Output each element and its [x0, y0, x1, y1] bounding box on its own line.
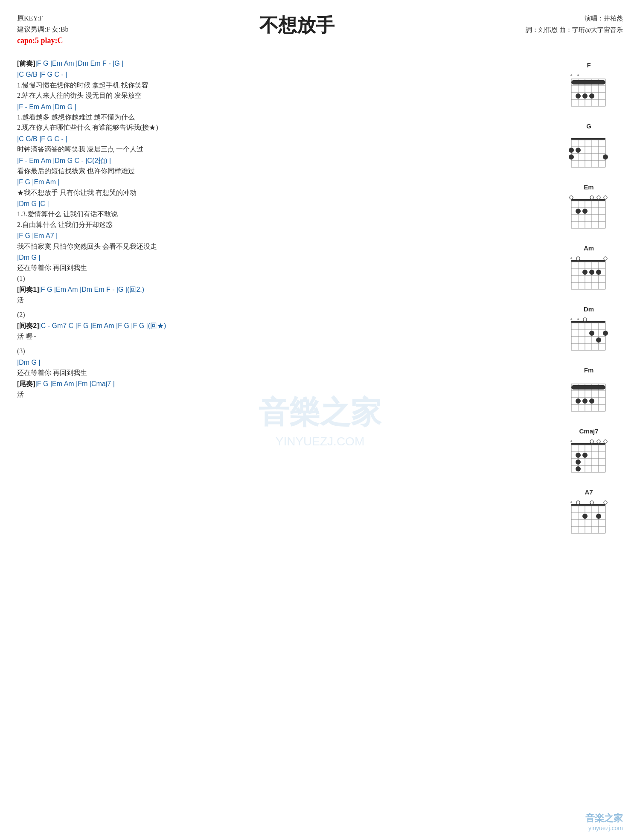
chord-diagram-a7: A7x: [564, 488, 614, 538]
svg-text:x: x: [577, 316, 579, 321]
lyric-line: (1): [17, 274, 555, 283]
svg-point-135: [604, 501, 607, 504]
lyric-line: 2.现在你人在哪忙些什么 有谁能够告诉我(接★): [17, 123, 555, 132]
svg-point-29: [576, 148, 581, 153]
svg-rect-69: [571, 321, 605, 323]
chord-line: [尾奏]|F G |Em Am |Fm |Cmaj7 |: [17, 379, 555, 389]
lyric-line: 1.3.爱情算什么 让我们有话不敢说: [17, 209, 555, 219]
chord-text: |F G |Em Am |Fm |Cmaj7 |: [35, 380, 115, 387]
chord-svg: x: [564, 497, 614, 538]
svg-point-119: [576, 453, 581, 458]
svg-point-31: [603, 154, 608, 160]
chord-line: [间奏1]|F G |Em Am |Dm Em F - |G |(回2.): [17, 285, 555, 294]
svg-rect-98: [571, 385, 605, 389]
chord-svg: x: [564, 436, 614, 477]
chord-diagram-name: A7: [585, 488, 593, 496]
svg-text:x: x: [570, 438, 573, 443]
chord-diagram-fm: Fm: [564, 366, 614, 416]
chord-line: [间奏2]|C - Gm7 C |F G |Em Am |F G |F G |(…: [17, 321, 555, 331]
svg-point-50: [576, 209, 581, 214]
chord-diagram-name: Cmaj7: [579, 427, 598, 435]
svg-point-16: [576, 93, 581, 99]
spacer: [17, 342, 555, 346]
chord-diagram-g: G: [564, 122, 614, 171]
chord-text: |F - Em Am |Dm G |: [17, 103, 76, 110]
chord-line: [前奏]|F G |Em Am |Dm Em F - |G |: [17, 59, 555, 68]
svg-text:x: x: [570, 499, 573, 504]
section-label: [间奏2]: [17, 322, 39, 329]
key-label: 原KEY:F: [17, 13, 68, 24]
chord-line: |Dm G |: [17, 253, 555, 262]
svg-rect-33: [571, 199, 605, 201]
chord-diagram-name: Dm: [584, 305, 594, 313]
chord-line: |Dm G |C |: [17, 199, 555, 209]
chord-svg: [564, 131, 614, 171]
lyric-line: 还在等着你 再回到我生: [17, 368, 555, 378]
chord-svg: x: [564, 253, 614, 294]
bottom-logo-text: 音楽之家: [585, 812, 623, 825]
svg-point-32: [569, 154, 574, 160]
chord-diagram-f: Fxx: [564, 61, 614, 110]
capo-label: capo:5 play:C: [17, 35, 68, 47]
chord-text: |F G |Em Am |Dm Em F - |G |(回2.): [39, 286, 145, 293]
svg-rect-102: [571, 443, 605, 445]
svg-point-83: [583, 318, 587, 321]
lyric-line: (3): [17, 346, 555, 356]
chord-text: |Dm G |: [17, 254, 41, 261]
chord-line: |F G |Em A7 |: [17, 231, 555, 241]
chord-line: |F - Em Am |Dm G C - |C(2拍) |: [17, 156, 555, 166]
lyric-line: 1.慢慢习惯在想你的时候 拿起手机 找你笑容: [17, 81, 555, 90]
chord-diagram-dm: Dmxx: [564, 305, 614, 355]
lyric-line: 活 喔~: [17, 332, 555, 341]
svg-point-65: [576, 257, 580, 260]
chord-diagram-name: F: [587, 61, 591, 69]
svg-text:x: x: [570, 316, 573, 321]
svg-point-48: [570, 196, 573, 199]
lyric-line: 我不怕寂寞 只怕你突然回头 会看不见我还没走: [17, 242, 555, 251]
suggest-label: 建议男调:F 女:Bb: [17, 24, 68, 35]
chord-text: |F - Em Am |Dm G C - |C(2拍) |: [17, 157, 111, 164]
svg-point-99: [589, 398, 594, 404]
chord-svg: xx: [564, 314, 614, 355]
spacer: [17, 306, 555, 309]
section-label: [前奏]: [17, 60, 35, 67]
svg-point-121: [576, 466, 581, 471]
chord-svg: xx: [564, 70, 614, 110]
svg-rect-122: [571, 504, 605, 506]
chord-text: |C G/B |F G C - |: [17, 71, 67, 78]
svg-point-139: [582, 514, 588, 519]
header-center: 不想放手: [68, 13, 526, 38]
chord-diagram-name: Fm: [584, 366, 594, 374]
svg-point-15: [582, 93, 588, 99]
lyric-line: 时钟滴答滴答的嘲笑我 凌晨三点 一个人过: [17, 145, 555, 154]
lyric-line: 活: [17, 390, 555, 399]
chord-diagram-name: Em: [584, 183, 593, 191]
lyric-line: 活: [17, 296, 555, 305]
svg-point-66: [596, 270, 601, 275]
chord-diagram-em: Em: [564, 183, 614, 233]
svg-point-49: [582, 209, 588, 214]
svg-point-14: [589, 93, 594, 99]
svg-point-138: [596, 514, 601, 519]
chord-diagram-cmaj7: Cmaj7x: [564, 427, 614, 477]
chord-line: |C G/B |F G C - |: [17, 70, 555, 79]
lyric-line: 2.站在人来人往的街头 漫无目的 发呆放空: [17, 91, 555, 100]
page: 音樂之家 YINYUEZJ.COM 原KEY:F 建议男调:F 女:Bb cap…: [0, 0, 640, 840]
lyric-line: (2): [17, 310, 555, 320]
chord-line: |F - Em Am |Dm G |: [17, 102, 555, 112]
svg-rect-17: [571, 138, 605, 140]
svg-point-117: [590, 440, 593, 443]
svg-point-101: [576, 398, 581, 404]
svg-point-100: [582, 398, 588, 404]
chord-text: |Dm G |: [17, 359, 41, 366]
section-label: [间奏1]: [17, 286, 39, 293]
svg-point-118: [582, 453, 588, 458]
lyric-line: 1.越看越多 越想你越难过 越不懂为什么: [17, 113, 555, 122]
svg-rect-13: [571, 80, 605, 84]
svg-point-46: [597, 196, 600, 199]
chord-text: |C G/B |F G C - |: [17, 135, 67, 142]
lyric-line: 2.自由算什么 让我们分开却迷惑: [17, 220, 555, 230]
chord-text: |C - Gm7 C |F G |Em Am |F G |F G |(回★): [39, 322, 166, 329]
chord-diagram-name: G: [586, 122, 591, 130]
svg-text:x: x: [577, 72, 579, 77]
